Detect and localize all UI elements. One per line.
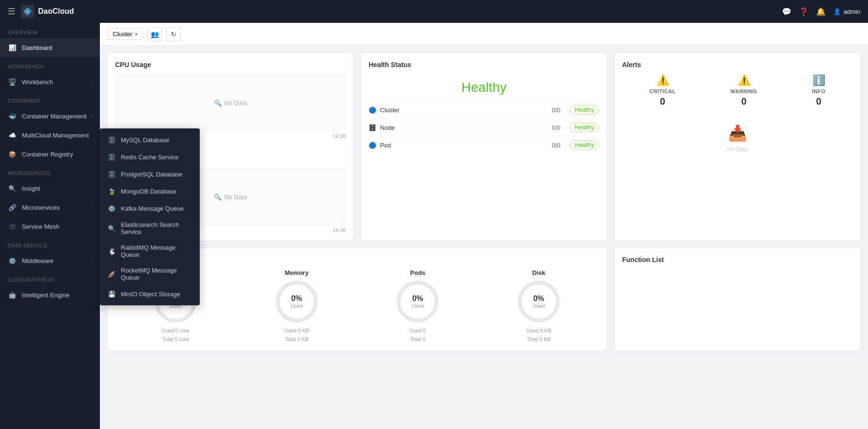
dropdown-label-rocketmq: RocketMQ Message Queue — [121, 267, 192, 281]
sidebar-item-multicloud[interactable]: ☁️ MultiCloud Management — [0, 126, 100, 145]
cpu-chart-area: 🔍 No Data — [115, 74, 346, 131]
sidebar-label-insight: Insight — [22, 185, 40, 192]
function-list-card: Function List — [614, 248, 860, 351]
redis-icon: 🗄️ — [107, 153, 116, 161]
gauge-pods-footer-line1: Used 0 — [410, 327, 426, 335]
sidebar-item-microservices[interactable]: 🔗 Microservices › — [0, 198, 100, 217]
sidebar-label-workbench: Workbench — [22, 78, 53, 86]
sidebar-item-container-registry[interactable]: 📦 Container Registry › — [0, 145, 100, 164]
health-cluster-name: 🔵 Cluster — [369, 107, 543, 114]
user-avatar-icon: 👤 — [833, 8, 841, 15]
pod-count: 0/0 — [546, 142, 566, 149]
function-list-title: Function List — [622, 256, 853, 263]
cluster-icon-btn[interactable]: 👥 — [147, 27, 162, 41]
dashboard-grid: CPU Usage 🔍 No Data 14:30 Memory Usage 6… — [100, 46, 868, 359]
sidebar-item-container-management[interactable]: 🐳 Container Management › — [0, 107, 100, 126]
postgresql-icon: 🗄️ — [107, 170, 116, 178]
cluster-selector[interactable]: Cluster ▾ — [107, 28, 143, 40]
dropdown-item-elasticsearch[interactable]: 🔍 Elasticsearch Search Service — [100, 217, 200, 240]
gauge-disk-footer-line2: Total 0 KB — [526, 335, 551, 344]
cluster-badge: Healthy — [569, 105, 599, 115]
sub-header: Cluster ▾ 👥 ↻ — [100, 23, 868, 46]
chevron-icon: › — [90, 79, 92, 85]
dropdown-item-rocketmq[interactable]: 🚀 RocketMQ Message Queue — [100, 263, 200, 285]
dropdown-item-kafka[interactable]: ⚙️ Kafka Message Queue — [100, 200, 200, 217]
section-container: Container — [0, 91, 100, 107]
health-status-label: Healthy — [369, 80, 599, 95]
section-overview: Overview — [0, 23, 100, 38]
sidebar-item-service-mesh[interactable]: 🕸️ Service Mesh — [0, 217, 100, 236]
notification-icon[interactable]: 🔔 — [816, 7, 826, 16]
chat-icon[interactable]: 💬 — [782, 7, 791, 16]
middleware-dropdown: 🗄️ MySQL Database 🗄️ Redis Cache Service… — [100, 128, 200, 305]
workbench-icon: 🖥️ — [8, 77, 17, 87]
sidebar-item-dashboard[interactable]: 📊 Dashboard — [0, 38, 100, 57]
cluster-name-label: Cluster — [380, 107, 400, 114]
sidebar-item-intelligent-engine[interactable]: 🤖 Intelligent Engine — [0, 285, 100, 304]
node-name-label: Node — [380, 124, 395, 131]
main-content: Cluster ▾ 👥 ↻ CPU Usage 🔍 No Data 14:30 … — [100, 23, 868, 429]
rocketmq-icon: 🚀 — [107, 270, 116, 278]
health-status-title: Health Status — [369, 61, 599, 68]
middleware-icon: ⚙️ — [8, 256, 17, 265]
gauge-memory-footer-line2: Total 0 KB — [284, 335, 309, 344]
gauge-disk-percent: 0% — [533, 294, 545, 303]
alert-warning: ⚠️ WARNING 0 — [731, 74, 758, 107]
ai-icon: 🤖 — [8, 290, 17, 300]
svg-point-1 — [26, 10, 29, 13]
gauge-memory-label: Memory — [285, 269, 309, 276]
gauge-disk-label: Disk — [532, 269, 545, 276]
gauge-pods-used: Used — [411, 303, 424, 309]
health-row-node: 🗄️ Node 0/0 Healthy — [369, 118, 599, 136]
sidebar-item-workbench[interactable]: 🖥️ Workbench › — [0, 72, 100, 91]
alerts-row: ⚠️ CRITICAL 0 ⚠️ WARNING 0 ℹ️ INFO 0 — [622, 74, 853, 107]
gauge-disk-used: Used — [533, 303, 545, 309]
sidebar: Overview 📊 Dashboard Workbench 🖥️ Workbe… — [0, 23, 100, 429]
sidebar-item-middleware[interactable]: ⚙️ Middleware › — [0, 251, 100, 270]
logo-text: DaoCloud — [38, 7, 74, 16]
warning-label: WARNING — [731, 88, 758, 94]
refresh-btn[interactable]: ↻ — [166, 27, 181, 41]
gauge-disk: Disk 0% Used Used 0 K — [517, 269, 560, 343]
help-icon[interactable]: ❓ — [799, 7, 809, 16]
chevron-right-icon: › — [90, 113, 92, 119]
chevron-microservices-icon: › — [90, 205, 92, 210]
dropdown-item-minio[interactable]: 💾 MinIO Object Storage — [100, 285, 200, 302]
cluster-arrow-icon: ▾ — [135, 31, 137, 37]
mesh-icon: 🕸️ — [8, 222, 17, 231]
node-badge: Healthy — [569, 123, 599, 132]
critical-count: 0 — [660, 96, 665, 107]
minio-icon: 💾 — [107, 290, 116, 298]
hamburger-button[interactable]: ☰ — [8, 6, 15, 17]
gauge-memory-footer: Used 0 KB Total 0 KB — [284, 327, 309, 343]
sidebar-item-insight[interactable]: 🔍 Insight › — [0, 179, 100, 198]
chevron-registry-icon: › — [90, 151, 92, 157]
dropdown-item-redis[interactable]: 🗄️ Redis Cache Service — [100, 148, 200, 166]
node-health-icon: 🗄️ — [369, 124, 376, 131]
alert-critical: ⚠️ CRITICAL 0 — [649, 74, 675, 107]
dropdown-item-postgresql[interactable]: 🗄️ PostgreSQL Database — [100, 166, 200, 183]
gauge-cpu-footer-line2: Total 0 core — [162, 335, 190, 344]
gauge-disk-footer-line1: Used 0 KB — [526, 327, 551, 335]
section-workbench: Workbench — [0, 57, 100, 72]
dropdown-item-mongodb[interactable]: 🍃 MongoDB Database — [100, 183, 200, 200]
section-microservice: Microservice — [0, 164, 100, 179]
node-count: 0/0 — [546, 124, 566, 131]
mysql-icon: 🗄️ — [107, 136, 116, 144]
health-node-name: 🗄️ Node — [369, 124, 543, 131]
insight-icon: 🔍 — [8, 184, 17, 193]
bar-chart-icon: 📊 — [8, 43, 17, 52]
sidebar-label-middleware: Middleware — [22, 257, 53, 264]
cpu-no-data: No Data — [224, 99, 247, 107]
dropdown-item-mysql[interactable]: 🗄️ MySQL Database — [100, 131, 200, 148]
gauge-disk-circle: 0% Used — [517, 280, 560, 323]
alerts-no-data: 📥 No Data — [622, 115, 853, 162]
critical-label: CRITICAL — [649, 88, 675, 94]
dropdown-item-rabbitmq[interactable]: 🐇 RabbitMQ Message Queue — [100, 240, 200, 263]
gauge-pods: Pods 0% Used Used 0 — [396, 269, 439, 343]
user-menu[interactable]: 👤 admin — [833, 8, 860, 15]
health-row-pod: 🔵 Pod 0/0 Healthy — [369, 136, 599, 154]
dropdown-label-kafka: Kafka Message Queue — [121, 205, 184, 212]
sidebar-label-intelligent-engine: Intelligent Engine — [22, 292, 69, 299]
gauge-cpu-footer: Used 0 core Total 0 core — [162, 327, 190, 343]
